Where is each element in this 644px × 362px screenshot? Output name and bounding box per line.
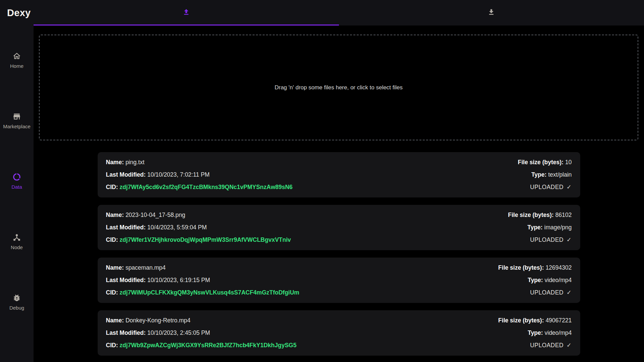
file-card-row-top: Name: Donkey-Kong-Retro.mp4 File size (b…	[106, 317, 572, 324]
file-cid: CID: zdj7WiMUpCLFKXkgQM3yNswVLKusq4sS7AC…	[106, 289, 299, 296]
download-icon	[487, 8, 495, 17]
dropzone-text: Drag 'n' drop some files here, or click …	[275, 84, 403, 91]
file-cid: CID: zdj7Wfer1VZHjhkrovoDqjWpqMPmW3Srr9A…	[106, 236, 291, 243]
file-cid: CID: zdj7WfAy5cd6v2sf2qFG4TzcBMkns39QNc1…	[106, 184, 293, 191]
data-usage-icon	[12, 173, 21, 182]
upload-status-badge: UPLOADED ✓	[530, 289, 572, 296]
sidebar: Home Marketplace Data Node Debug	[0, 0, 34, 362]
app-title: Dexy	[0, 0, 34, 26]
tab-upload[interactable]	[34, 0, 339, 26]
cid-value[interactable]: zdj7Wb9ZpwAZCgWj3KGX9YsRRe2BJfZ7hcb4FkY1…	[119, 342, 296, 349]
file-type: Type: image/png	[528, 224, 572, 231]
check-icon: ✓	[566, 183, 572, 191]
file-card-row-middle: Last Modified: 10/10/2023, 7:02:11 PM Ty…	[106, 171, 572, 178]
sidebar-item-node[interactable]: Node	[11, 233, 23, 250]
check-icon: ✓	[566, 236, 572, 243]
file-last-modified: Last Modified: 10/4/2023, 5:59:04 PM	[106, 224, 207, 231]
file-card: Name: spaceman.mp4 File size (bytes): 12…	[98, 258, 580, 303]
file-cid: CID: zdj7Wb9ZpwAZCgWj3KGX9YsRRe2BJfZ7hcb…	[106, 342, 297, 349]
cid-value[interactable]: zdj7WfAy5cd6v2sf2qFG4TzcBMkns39QNc1vPMYS…	[119, 184, 292, 190]
file-size: File size (bytes): 86102	[508, 212, 572, 219]
file-dropzone[interactable]: Drag 'n' drop some files here, or click …	[39, 35, 638, 140]
file-name: Name: spaceman.mp4	[106, 264, 166, 271]
file-card: Name: ping.txt File size (bytes): 10 Las…	[98, 152, 580, 197]
file-last-modified: Last Modified: 10/10/2023, 6:19:15 PM	[106, 277, 210, 284]
sidebar-item-marketplace[interactable]: Marketplace	[3, 112, 31, 129]
check-icon: ✓	[566, 289, 572, 296]
file-card: Name: Donkey-Kong-Retro.mp4 File size (b…	[98, 310, 580, 356]
file-name: Name: 2023-10-04_17-58.png	[106, 212, 185, 219]
sidebar-item-label: Node	[11, 244, 23, 250]
file-card-row-bottom: CID: zdj7Wb9ZpwAZCgWj3KGX9YsRRe2BJfZ7hcb…	[106, 342, 572, 349]
top-bar: Dexy	[0, 0, 644, 26]
cid-value[interactable]: zdj7Wfer1VZHjhkrovoDqjWpqMPmW3Srr9AfVWCL…	[119, 236, 291, 243]
sidebar-item-label: Home	[10, 63, 23, 69]
file-card-row-middle: Last Modified: 10/4/2023, 5:59:04 PM Typ…	[106, 224, 572, 231]
sidebar-item-debug[interactable]: Debug	[9, 293, 24, 311]
file-size: File size (bytes): 10	[518, 159, 572, 166]
file-card: Name: 2023-10-04_17-58.png File size (by…	[98, 205, 580, 250]
active-tab-indicator	[34, 25, 339, 26]
file-card-row-middle: Last Modified: 10/10/2023, 2:45:05 PM Ty…	[106, 329, 572, 336]
sidebar-item-label: Debug	[9, 305, 24, 311]
cid-value[interactable]: zdj7WiMUpCLFKXkgQM3yNswVLKusq4sS7ACF4mGz…	[119, 289, 299, 296]
sidebar-item-label: Marketplace	[3, 124, 31, 129]
file-list: Name: ping.txt File size (bytes): 10 Las…	[98, 152, 580, 356]
main-content: Drag 'n' drop some files here, or click …	[34, 26, 644, 362]
storefront-icon	[12, 112, 21, 122]
file-card-row-bottom: CID: zdj7WiMUpCLFKXkgQM3yNswVLKusq4sS7AC…	[106, 289, 572, 296]
upload-status-badge: UPLOADED ✓	[530, 183, 572, 191]
file-card-row-top: Name: 2023-10-04_17-58.png File size (by…	[106, 212, 572, 219]
home-icon	[12, 52, 21, 61]
file-card-row-middle: Last Modified: 10/10/2023, 6:19:15 PM Ty…	[106, 277, 572, 284]
file-last-modified: Last Modified: 10/10/2023, 2:45:05 PM	[106, 329, 210, 336]
file-card-row-top: Name: ping.txt File size (bytes): 10	[106, 159, 572, 166]
file-last-modified: Last Modified: 10/10/2023, 7:02:11 PM	[106, 171, 210, 178]
file-card-row-bottom: CID: zdj7WfAy5cd6v2sf2qFG4TzcBMkns39QNc1…	[106, 183, 572, 191]
upload-status-badge: UPLOADED ✓	[530, 236, 572, 243]
upload-icon	[182, 8, 190, 17]
bug-icon	[12, 293, 21, 303]
check-icon: ✓	[566, 342, 572, 349]
sidebar-item-data[interactable]: Data	[11, 173, 22, 190]
tab-bar	[34, 0, 644, 26]
file-card-row-bottom: CID: zdj7Wfer1VZHjhkrovoDqjWpqMPmW3Srr9A…	[106, 236, 572, 243]
tab-download[interactable]	[339, 0, 644, 26]
file-type: Type: text/plain	[531, 171, 572, 178]
file-size: File size (bytes): 12694302	[498, 264, 572, 271]
file-type: Type: video/mp4	[528, 329, 572, 336]
sidebar-item-home[interactable]: Home	[10, 52, 23, 69]
file-size: File size (bytes): 49067221	[498, 317, 572, 324]
file-card-row-top: Name: spaceman.mp4 File size (bytes): 12…	[106, 264, 572, 271]
device-hub-icon	[12, 233, 21, 243]
upload-status-badge: UPLOADED ✓	[530, 342, 572, 349]
file-name: Name: ping.txt	[106, 159, 145, 166]
file-type: Type: video/mp4	[528, 277, 572, 284]
file-name: Name: Donkey-Kong-Retro.mp4	[106, 317, 191, 324]
sidebar-item-label: Data	[11, 184, 22, 190]
